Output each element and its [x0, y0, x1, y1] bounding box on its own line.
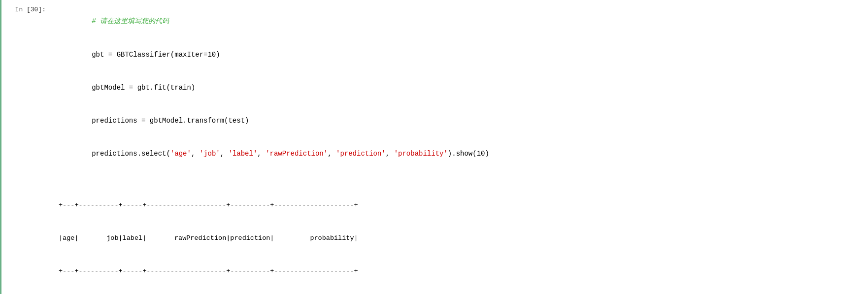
code-comment: # 请在这里填写您的代码 — [92, 17, 169, 25]
code-sep-5: , — [386, 150, 394, 158]
code-text-3: gbtModel = gbt.fit(train) — [92, 84, 195, 92]
output-separator-mid: +---+----------+-----+------------------… — [59, 266, 860, 277]
cell-label-text: In [30]: — [15, 6, 46, 13]
code-string-5: 'prediction' — [336, 150, 386, 158]
notebook-cell: In [30]: # 请在这里填写您的代码 gbt = GBTClassifie… — [0, 0, 868, 294]
code-sep-1: , — [191, 150, 200, 158]
code-sep-3: , — [257, 150, 266, 158]
code-sep-2: , — [220, 150, 229, 158]
code-text-2: gbt = GBTClassifier(maxIter=10) — [92, 51, 220, 59]
output-separator-top: +---+----------+-----+------------------… — [59, 200, 860, 211]
code-section: # 请在这里填写您的代码 gbt = GBTClassifier(maxIter… — [59, 5, 860, 170]
code-string-2: 'job' — [200, 150, 220, 158]
code-string-3: 'label' — [229, 150, 258, 158]
output-section: +---+----------+-----+------------------… — [59, 178, 860, 294]
cell-content: # 请在这里填写您的代码 gbt = GBTClassifier(maxIter… — [51, 0, 868, 294]
code-string-6: 'probability' — [394, 150, 448, 158]
output-header: |age| job|label| rawPrediction|predictio… — [59, 233, 860, 244]
code-text-5b: ).show(10) — [448, 150, 489, 158]
code-text-5a: predictions.select( — [92, 150, 170, 158]
code-line-4: predictions = gbtModel.transform(test) — [59, 104, 860, 137]
code-string-1: 'age' — [170, 150, 191, 158]
code-line-2: gbt = GBTClassifier(maxIter=10) — [59, 38, 860, 71]
code-line-5: predictions.select('age', 'job', 'label'… — [59, 137, 860, 170]
code-text-4: predictions = gbtModel.transform(test) — [92, 117, 249, 125]
code-line-1: # 请在这里填写您的代码 — [59, 5, 860, 38]
cell-label: In [30]: — [1, 0, 51, 294]
code-string-4: 'rawPrediction' — [266, 150, 328, 158]
code-line-3: gbtModel = gbt.fit(train) — [59, 71, 860, 104]
code-sep-4: , — [328, 150, 336, 158]
